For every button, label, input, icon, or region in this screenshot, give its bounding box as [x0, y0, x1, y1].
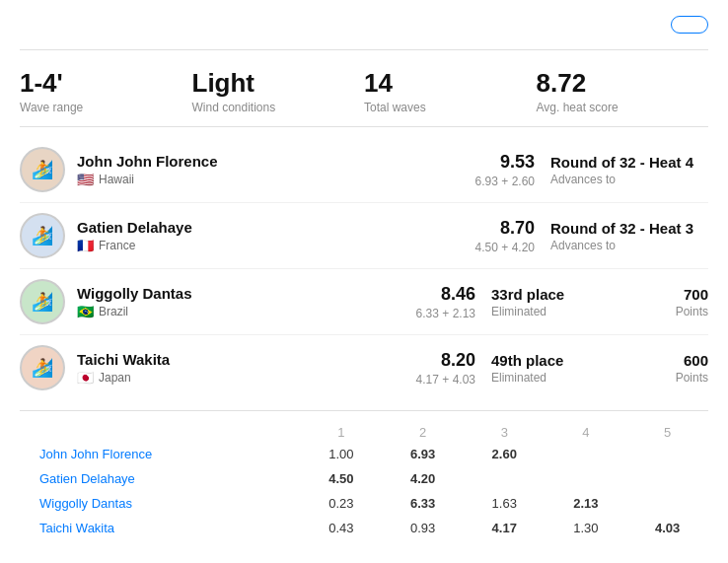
points-value: 600 [649, 352, 708, 369]
country-name: Hawaii [99, 173, 134, 186]
wave-score-5: 4.03 [626, 516, 708, 540]
result-sub: Eliminated [491, 371, 649, 385]
wave-range-value: 1-4' [20, 68, 192, 99]
surfer-country: 🇫🇷France [77, 238, 235, 253]
wave-surfer-name: Taichi Wakita [20, 516, 301, 540]
wave-table-row: John John Florence1.006.932.60 [20, 442, 708, 466]
country-name: France [99, 239, 135, 252]
surfer-country: 🇯🇵Japan [77, 370, 235, 386]
surfer-result: Round of 32 - Heat 3Advances to [550, 220, 708, 252]
surfer-name: Taichi Wakita [77, 351, 235, 368]
main-score: 9.53 [235, 152, 535, 173]
surfer-name: Wiggolly Dantas [77, 285, 235, 302]
points-value: 700 [649, 286, 708, 303]
wave-range-label: Wave range [20, 101, 192, 114]
wave-surfer-name: Wiggolly Dantas [20, 491, 301, 516]
sub-scores: 4.17 + 4.03 [235, 373, 475, 387]
sub-scores: 6.33 + 2.13 [235, 307, 475, 320]
flag-icon: 🇺🇸 [77, 172, 94, 187]
wave-table-row: Gatien Delahaye4.504.20 [20, 466, 708, 491]
result-title: 49th place [491, 352, 649, 369]
surfer-info: Gatien Delahaye🇫🇷France [77, 219, 235, 253]
watch-replay-button[interactable] [671, 16, 708, 34]
points-label: Points [649, 371, 708, 385]
surfer-scores: 8.704.50 + 4.20 [235, 218, 550, 254]
result-sub: Eliminated [491, 305, 649, 318]
points-label: Points [649, 305, 708, 318]
surfer-result: Round of 32 - Heat 4Advances to [550, 154, 708, 186]
points-box: 700Points [649, 286, 708, 318]
surfer-result: 33rd placeEliminated [491, 286, 649, 318]
wave-table-row: Wiggolly Dantas0.236.331.632.13 [20, 491, 708, 516]
surfer-result: 49th placeEliminated [491, 352, 649, 385]
avatar: 🏄 [20, 147, 65, 192]
flag-icon: 🇫🇷 [77, 238, 94, 253]
main-score: 8.46 [235, 284, 475, 305]
surfer-row: 🏄John John Florence🇺🇸Hawaii9.536.93 + 2.… [20, 137, 708, 203]
surfer-name: Gatien Delahaye [77, 219, 235, 236]
surfer-info: Taichi Wakita🇯🇵Japan [77, 351, 235, 386]
avatar: 🏄 [20, 213, 65, 258]
wave-surfer-name: Gatien Delahaye [20, 466, 301, 491]
total-waves-label: Total waves [364, 101, 537, 114]
wave-table-row: Taichi Wakita0.430.934.171.304.03 [20, 516, 708, 540]
wave-col-header-2: 2 [382, 423, 464, 442]
stat-total-waves: 14 Total waves [364, 68, 537, 114]
wave-col-header-5: 5 [626, 423, 708, 442]
wave-col-header-4: 4 [546, 423, 627, 442]
points-box: 600Points [649, 352, 708, 385]
wave-col-header-1: 1 [301, 423, 383, 442]
surfers-section: 🏄John John Florence🇺🇸Hawaii9.536.93 + 2.… [20, 127, 708, 411]
sub-scores: 6.93 + 2.60 [235, 175, 535, 188]
heat-header [20, 16, 708, 50]
result-sub: Advances to [550, 239, 708, 252]
wave-score-5 [626, 442, 708, 466]
flag-icon: 🇯🇵 [77, 370, 94, 386]
surfer-scores: 9.536.93 + 2.60 [235, 152, 550, 188]
wave-score-2: 6.33 [382, 491, 464, 516]
wind-label: Wind conditions [192, 101, 365, 114]
wave-score-3: 1.63 [464, 491, 546, 516]
wave-col-header-3: 3 [464, 423, 546, 442]
main-score: 8.70 [235, 218, 535, 239]
result-title: Round of 32 - Heat 4 [550, 154, 708, 171]
surfer-country: 🇺🇸Hawaii [77, 172, 235, 187]
wave-score-1: 4.50 [301, 466, 383, 491]
wave-score-5 [626, 491, 708, 516]
wave-score-3 [464, 466, 546, 491]
avg-score-value: 8.72 [537, 68, 709, 99]
flag-icon: 🇧🇷 [77, 304, 94, 319]
wave-surfer-name: John John Florence [20, 442, 301, 466]
wave-score-2: 4.20 [382, 466, 464, 491]
total-waves-value: 14 [364, 68, 537, 99]
stat-avg-score: 8.72 Avg. heat score [537, 68, 709, 114]
wind-value: Light [192, 68, 365, 99]
wave-score-1: 0.23 [301, 491, 383, 516]
wave-score-4 [546, 466, 627, 491]
wave-score-4: 2.13 [546, 491, 627, 516]
wave-score-1: 1.00 [301, 442, 383, 466]
wave-score-2: 6.93 [382, 442, 464, 466]
surfer-row: 🏄Gatien Delahaye🇫🇷France8.704.50 + 4.20R… [20, 203, 708, 269]
stats-row: 1-4' Wave range Light Wind conditions 14… [20, 50, 708, 127]
wave-score-3: 4.17 [464, 516, 546, 540]
surfer-info: John John Florence🇺🇸Hawaii [77, 153, 235, 187]
wave-table-section: 12345John John Florence1.006.932.60Gatie… [20, 411, 708, 544]
main-score: 8.20 [235, 350, 475, 371]
wave-col-header-0 [20, 423, 301, 442]
avatar: 🏄 [20, 345, 65, 390]
surfer-row: 🏄Taichi Wakita🇯🇵Japan8.204.17 + 4.0349th… [20, 335, 708, 400]
surfer-name: John John Florence [77, 153, 235, 170]
sub-scores: 4.50 + 4.20 [235, 241, 535, 254]
wave-score-1: 0.43 [301, 516, 383, 540]
surfer-country: 🇧🇷Brazil [77, 304, 235, 319]
wave-score-3: 2.60 [464, 442, 546, 466]
stat-wave-range: 1-4' Wave range [20, 68, 192, 114]
stat-wind: Light Wind conditions [192, 68, 365, 114]
country-name: Japan [99, 371, 131, 385]
surfer-scores: 8.466.33 + 2.13 [235, 284, 491, 320]
wave-score-table: 12345John John Florence1.006.932.60Gatie… [20, 423, 708, 540]
surfer-row: 🏄Wiggolly Dantas🇧🇷Brazil8.466.33 + 2.133… [20, 269, 708, 335]
result-sub: Advances to [550, 173, 708, 186]
result-title: 33rd place [491, 286, 649, 303]
